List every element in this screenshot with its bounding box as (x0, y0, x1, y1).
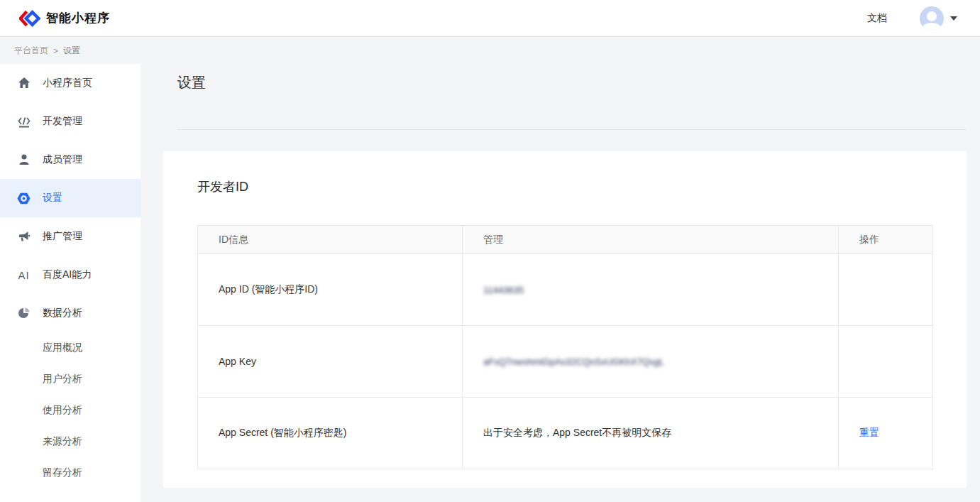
sidebar-item-miniapp-home[interactable]: 小程序首页 (0, 64, 141, 102)
app-id-label: App ID (智能小程序ID) (198, 254, 463, 326)
sidebar-subitem-app-overview[interactable]: 应用概况 (0, 332, 141, 364)
breadcrumb-separator: > (53, 46, 58, 56)
sidebar-subitem-user-analysis[interactable]: 用户分析 (0, 364, 141, 395)
avatar-person-icon (927, 11, 937, 21)
pie-chart-icon (17, 307, 31, 320)
megaphone-icon (17, 230, 31, 244)
sidebar-item-label: 开发管理 (43, 115, 82, 128)
doc-link[interactable]: 文档 (867, 12, 887, 25)
code-icon (17, 115, 31, 129)
app-key-label: App Key (198, 326, 463, 398)
sidebar-item-dev-management[interactable]: 开发管理 (0, 102, 141, 141)
settings-icon (17, 192, 31, 205)
breadcrumb: 平台首页 > 设置 (0, 38, 980, 64)
card-heading: 开发者ID (197, 178, 248, 195)
sidebar-subitem-usage-analysis[interactable]: 使用分析 (0, 395, 141, 426)
app-secret-label: App Secret (智能小程序密匙) (198, 398, 463, 469)
sidebar-item-member-management[interactable]: 成员管理 (0, 141, 141, 179)
sidebar-item-settings[interactable]: 设置 (0, 179, 141, 217)
account-menu[interactable] (920, 6, 957, 31)
sidebar-item-label: 数据分析 (43, 307, 82, 320)
main-content: 设置 基础设置 开发设置 第三方服务 开发者ID ID信息 管理 操作 App … (141, 64, 980, 502)
app-id-value-blurred: 11443635 (483, 285, 524, 295)
avatar[interactable] (920, 6, 944, 31)
table-row-app-id: App ID (智能小程序ID) 11443635 (198, 254, 933, 326)
sidebar-item-label: 设置 (43, 192, 62, 204)
page-title: 设置 (177, 73, 206, 92)
chevron-down-icon[interactable] (950, 16, 957, 21)
member-icon (17, 153, 31, 167)
sidebar-item-promotion-management[interactable]: 推广管理 (0, 217, 141, 256)
column-header-id-info: ID信息 (198, 226, 463, 254)
breadcrumb-home[interactable]: 平台首页 (14, 45, 48, 57)
top-bar: 智能小程序 文档 (0, 0, 980, 37)
app-secret-note: 出于安全考虑，App Secret不再被明文保存 (463, 398, 839, 469)
breadcrumb-current: 设置 (63, 45, 80, 57)
home-icon (17, 77, 31, 90)
sidebar-subitem-source-analysis[interactable]: 来源分析 (0, 426, 141, 457)
sidebar-item-label: 成员管理 (43, 153, 82, 166)
ai-icon: AI (17, 268, 31, 282)
sidebar-item-label: 推广管理 (43, 230, 82, 243)
table-row-app-key: App Key aFsQ7nwshmtGpAs32CQnSxUGKhX7QsgL (198, 326, 933, 398)
developer-id-card: 开发者ID ID信息 管理 操作 App ID (智能小程序ID) 114436… (163, 151, 967, 488)
app-id-action-cell (839, 254, 933, 326)
brand[interactable]: 智能小程序 (19, 9, 110, 28)
tabs-divider (177, 129, 967, 130)
brand-logo-icon (19, 9, 40, 28)
app-key-action-cell (839, 326, 933, 398)
column-header-management: 管理 (463, 226, 839, 254)
table-row-app-secret: App Secret (智能小程序密匙) 出于安全考虑，App Secret不再… (198, 398, 933, 469)
developer-id-table: ID信息 管理 操作 App ID (智能小程序ID) 11443635 App… (197, 225, 933, 469)
column-header-actions: 操作 (839, 226, 933, 254)
sidebar: 小程序首页 开发管理 成员管理 设置 (0, 64, 141, 502)
app-key-value-blurred: aFsQ7nwshmtGpAs32CQnSxUGKhX7QsgL (483, 356, 664, 367)
sidebar-item-data-analysis[interactable]: 数据分析 (0, 294, 141, 332)
sidebar-item-baidu-ai[interactable]: AI 百度AI能力 (0, 256, 141, 294)
sidebar-item-label: 百度AI能力 (43, 268, 92, 281)
table-header-row: ID信息 管理 操作 (198, 226, 933, 254)
brand-name: 智能小程序 (46, 10, 110, 26)
sidebar-subitem-retention-analysis[interactable]: 留存分析 (0, 457, 141, 489)
reset-app-secret-link[interactable]: 重置 (859, 427, 879, 438)
sidebar-item-label: 小程序首页 (43, 77, 92, 89)
